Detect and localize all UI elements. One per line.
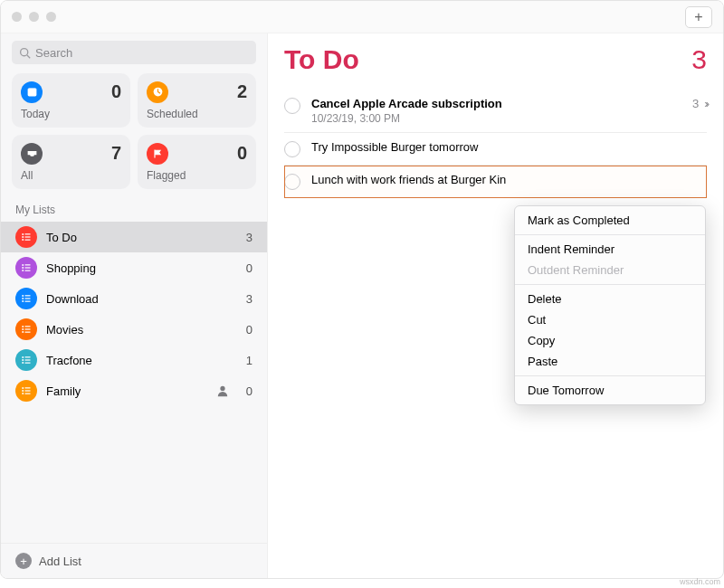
subtask-count: 3 [692, 97, 699, 110]
svg-rect-30 [25, 356, 31, 357]
reminder-body: Lunch with work friends at Burger Kin [311, 173, 707, 186]
minimize-window-button[interactable] [29, 12, 39, 22]
add-reminder-button[interactable]: + [685, 6, 712, 28]
list-name: Movies [46, 323, 236, 337]
reminder-row[interactable]: Lunch with work friends at Burger Kin [284, 166, 707, 198]
svg-point-13 [22, 267, 24, 269]
add-list-button[interactable]: + Add List [1, 543, 267, 578]
menu-mark-completed[interactable]: Mark as Completed [515, 210, 705, 231]
menu-copy[interactable]: Copy [515, 330, 705, 351]
list-count: 1 [236, 354, 252, 367]
svg-rect-24 [25, 326, 31, 327]
sidebar-list-item[interactable]: Tracfone1 [1, 345, 267, 375]
svg-point-17 [22, 295, 24, 297]
svg-rect-32 [25, 359, 31, 360]
list-count: 3 [236, 231, 252, 244]
reminders-list: Cancel Apple Arcade subscription10/23/19… [284, 90, 707, 198]
smart-list-scheduled[interactable]: 2 Scheduled [138, 73, 256, 128]
app-window: + Search 0 Today [0, 0, 724, 579]
reminder-subtitle: 10/23/19, 3:00 PM [311, 112, 692, 125]
svg-point-5 [22, 233, 24, 235]
list-bullet-icon [15, 226, 37, 248]
menu-indent[interactable]: Indent Reminder [515, 239, 705, 260]
smart-list-all[interactable]: 7 All [12, 135, 130, 189]
sidebar-list-item[interactable]: Download3 [1, 283, 267, 314]
my-lists: To Do3Shopping0Download3Movies0Tracfone1… [1, 222, 267, 543]
svg-point-33 [22, 362, 24, 364]
disclosure-chevrons-icon[interactable]: ›› [704, 97, 707, 110]
search-placeholder: Search [35, 46, 72, 60]
search-input[interactable]: Search [12, 41, 256, 64]
search-icon [19, 47, 31, 59]
svg-rect-16 [25, 270, 31, 271]
svg-rect-3 [27, 88, 36, 90]
sidebar-list-item[interactable]: To Do3 [1, 222, 267, 252]
menu-due-tomorrow[interactable]: Due Tomorrow [515, 380, 705, 401]
sidebar-list-item[interactable]: Movies0 [1, 314, 267, 345]
svg-rect-28 [25, 332, 31, 333]
svg-rect-22 [25, 301, 31, 302]
sidebar-list-item[interactable]: Family0 [1, 375, 267, 406]
svg-rect-12 [25, 264, 31, 265]
smart-label: All [21, 169, 121, 182]
reminder-title: Cancel Apple Arcade subscription [311, 97, 692, 110]
list-name: To Do [46, 231, 236, 244]
zoom-window-button[interactable] [46, 12, 56, 22]
complete-toggle[interactable] [284, 141, 300, 157]
list-name: Family [46, 384, 216, 398]
list-count: 3 [236, 292, 252, 306]
svg-point-41 [220, 386, 224, 391]
plus-icon: + [694, 9, 702, 25]
list-count: 0 [236, 384, 252, 398]
menu-outdent: Outdent Reminder [515, 260, 705, 280]
reminder-row[interactable]: Try Impossible Burger tomorrow [284, 133, 707, 166]
main-pane: To Do 3 Cancel Apple Arcade subscription… [268, 33, 723, 578]
add-list-label: Add List [39, 555, 81, 568]
svg-point-23 [22, 326, 24, 327]
complete-toggle[interactable] [284, 98, 300, 114]
menu-separator [515, 284, 705, 285]
list-count: 3 [691, 44, 707, 75]
menu-separator [515, 234, 705, 235]
sidebar-list-item[interactable]: Shopping0 [1, 252, 267, 283]
menu-paste[interactable]: Paste [515, 351, 705, 372]
inbox-icon [21, 143, 43, 165]
smart-count: 0 [43, 81, 121, 102]
reminder-meta: 3›› [692, 97, 707, 110]
svg-rect-38 [25, 390, 31, 391]
reminder-body: Cancel Apple Arcade subscription10/23/19… [311, 97, 692, 125]
list-name: Tracfone [46, 354, 236, 367]
list-bullet-icon [15, 349, 37, 371]
reminder-row[interactable]: Cancel Apple Arcade subscription10/23/19… [284, 90, 707, 133]
clock-icon [147, 81, 168, 103]
smart-list-flagged[interactable]: 0 Flagged [138, 135, 256, 189]
svg-rect-6 [25, 233, 31, 234]
reminder-title: Lunch with work friends at Burger Kin [311, 173, 707, 186]
flag-icon [147, 143, 168, 165]
svg-point-21 [22, 300, 24, 302]
reminder-body: Try Impossible Burger tomorrow [311, 140, 707, 154]
svg-rect-10 [25, 240, 31, 241]
list-bullet-icon [15, 288, 37, 309]
complete-toggle[interactable] [284, 174, 300, 190]
svg-line-1 [27, 54, 30, 57]
watermark: wsxdn.com [680, 577, 720, 586]
close-window-button[interactable] [12, 12, 22, 22]
smart-list-today[interactable]: 0 Today [12, 73, 130, 128]
list-bullet-icon [15, 318, 37, 340]
menu-cut[interactable]: Cut [515, 309, 705, 330]
window-body: Search 0 Today 2 Scheduled [1, 33, 723, 578]
context-menu: Mark as Completed Indent Reminder Outden… [514, 205, 706, 405]
titlebar: + [1, 1, 723, 33]
smart-label: Today [21, 108, 121, 120]
smart-count: 2 [168, 81, 247, 102]
svg-point-31 [22, 359, 24, 361]
sidebar: Search 0 Today 2 Scheduled [1, 33, 268, 578]
svg-point-9 [22, 239, 24, 241]
smart-lists: 0 Today 2 Scheduled 7 All [1, 73, 267, 200]
menu-delete[interactable]: Delete [515, 289, 705, 309]
svg-point-27 [22, 331, 24, 333]
calendar-icon [21, 81, 43, 103]
reminder-title: Try Impossible Burger tomorrow [311, 140, 707, 154]
smart-count: 0 [168, 143, 247, 164]
